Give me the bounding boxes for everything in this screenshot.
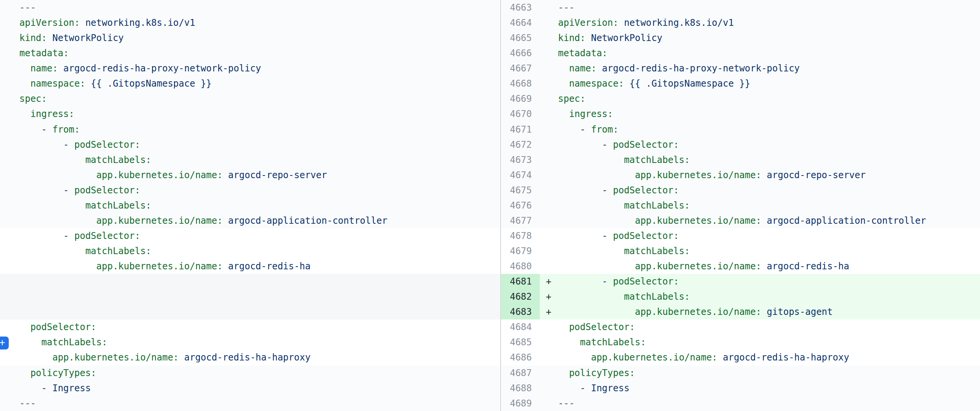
- diff-sign-empty: [540, 137, 558, 152]
- code-line-new: name: argocd-redis-ha-proxy-network-poli…: [558, 61, 980, 76]
- line-number[interactable]: 4673: [501, 152, 540, 168]
- line-number[interactable]: 4675: [501, 183, 540, 198]
- code-line-new: matchLabels:: [558, 243, 980, 259]
- code-line-new: app.kubernetes.io/name: argocd-applicati…: [558, 213, 980, 228]
- code-line-old: matchLabels:: [0, 243, 500, 259]
- code-token: podSelector:: [75, 230, 140, 241]
- code-line-new: - podSelector:: [558, 183, 980, 198]
- line-number[interactable]: 4668: [501, 76, 540, 91]
- code-token: spec:: [19, 94, 47, 104]
- line-number[interactable]: 4666: [501, 46, 540, 61]
- plus-icon: +: [0, 336, 5, 349]
- code-line-new: - podSelector:: [558, 228, 980, 243]
- code-token: namespace:: [30, 78, 86, 89]
- code-line-old: [0, 289, 500, 304]
- line-number[interactable]: 4689: [501, 396, 540, 411]
- diff-row-new-added: 4683+ app.kubernetes.io/name: gitops-age…: [501, 304, 980, 319]
- code-line-old: app.kubernetes.io/name: argocd-redis-ha: [0, 259, 500, 274]
- code-token: -: [41, 124, 52, 135]
- diff-row-new: 4665kind: NetworkPolicy: [501, 30, 980, 46]
- diff-sign-empty: [540, 319, 558, 335]
- code-line-old: [0, 304, 500, 319]
- diff-row-old: - podSelector:: [0, 183, 500, 198]
- line-number[interactable]: 4682: [501, 289, 540, 304]
- code-token: -: [602, 140, 613, 150]
- line-number[interactable]: 4677: [501, 213, 540, 228]
- code-line-old: ingress:: [0, 106, 500, 122]
- line-number[interactable]: 4665: [501, 30, 540, 46]
- code-line-old: - podSelector:: [0, 228, 500, 243]
- diff-sign-empty: [540, 122, 558, 137]
- code-token: podSelector:: [75, 140, 140, 150]
- code-token: apiVersion:: [558, 17, 619, 28]
- code-line-old: apiVersion: networking.k8s.io/v1: [0, 15, 500, 30]
- diff-row-old: - from:: [0, 122, 500, 137]
- line-number[interactable]: 4667: [501, 61, 540, 76]
- line-number[interactable]: 4685: [501, 335, 540, 350]
- add-comment-button[interactable]: +: [0, 336, 9, 349]
- code-line-new: - Ingress: [558, 381, 980, 396]
- code-token: -: [64, 230, 75, 241]
- diff-sign-empty: [540, 396, 558, 411]
- code-token: -: [602, 276, 613, 287]
- diff-sign-empty: [540, 46, 558, 61]
- line-number[interactable]: 4680: [501, 259, 540, 274]
- code-token: app.kubernetes.io/name:: [635, 261, 761, 271]
- line-number[interactable]: 4686: [501, 350, 540, 365]
- line-number[interactable]: 4687: [501, 365, 540, 381]
- line-number[interactable]: 4688: [501, 381, 540, 396]
- line-number[interactable]: 4672: [501, 137, 540, 152]
- line-number[interactable]: 4678: [501, 228, 540, 243]
- line-number[interactable]: 4681: [501, 274, 540, 289]
- code-token: matchLabels:: [41, 337, 107, 348]
- line-number[interactable]: 4669: [501, 91, 540, 106]
- line-number[interactable]: 4683: [501, 304, 540, 319]
- diff-sign-empty: [540, 335, 558, 350]
- code-line-old: policyTypes:: [0, 365, 500, 381]
- code-token: NetworkPolicy: [47, 33, 124, 43]
- diff-section-old: podSelector: matchLabels: app.kubernetes…: [0, 319, 500, 365]
- diff-section-new: 4684 podSelector:4685 matchLabels:4686 a…: [501, 319, 980, 365]
- code-token: networking.k8s.io/v1: [619, 17, 734, 28]
- diff-sign-empty: [540, 91, 558, 106]
- code-token: podSelector:: [613, 185, 679, 196]
- code-line-new: ---: [558, 0, 980, 15]
- code-line-old: matchLabels:: [0, 198, 500, 213]
- diff-row-new: 4670 ingress:: [501, 106, 980, 122]
- code-token: matchLabels:: [85, 200, 151, 211]
- line-number[interactable]: 4663: [501, 0, 540, 15]
- code-token: app.kubernetes.io/name:: [96, 215, 223, 226]
- code-line-old: ---: [0, 0, 500, 15]
- diff-pane-old: ---apiVersion: networking.k8s.io/v1kind:…: [0, 0, 500, 411]
- diff-section-new: 4687 policyTypes:4688 - Ingress4689---: [501, 365, 980, 411]
- diff-row-old: matchLabels:: [0, 198, 500, 213]
- code-line-old: app.kubernetes.io/name: argocd-repo-serv…: [0, 168, 500, 183]
- line-number[interactable]: 4684: [501, 319, 540, 335]
- diff-sign-empty: [540, 259, 558, 274]
- diff-section-new: 4678 - podSelector:4679 matchLabels:4680…: [501, 228, 980, 274]
- diff-row-new: 4668 namespace: {{ .GitopsNamespace }}: [501, 76, 980, 91]
- diff-row-old: metadata:: [0, 46, 500, 61]
- code-line-old: metadata:: [0, 46, 500, 61]
- code-line-old: ---: [0, 396, 500, 411]
- diff-row-old: app.kubernetes.io/name: argocd-redis-ha-…: [0, 350, 500, 365]
- code-token: app.kubernetes.io/name:: [635, 306, 761, 317]
- diff-row-new: 4677 app.kubernetes.io/name: argocd-appl…: [501, 213, 980, 228]
- line-number[interactable]: 4676: [501, 198, 540, 213]
- split-diff-view: ---apiVersion: networking.k8s.io/v1kind:…: [0, 0, 980, 411]
- code-token: -: [41, 383, 52, 394]
- line-number[interactable]: 4679: [501, 243, 540, 259]
- code-token: from:: [52, 124, 80, 135]
- line-number[interactable]: 4674: [501, 168, 540, 183]
- code-token: metadata:: [19, 48, 69, 59]
- diff-row-old: name: argocd-redis-ha-proxy-network-poli…: [0, 61, 500, 76]
- code-token: podSelector:: [569, 322, 635, 332]
- line-number[interactable]: 4664: [501, 15, 540, 30]
- diff-row-old: matchLabels:: [0, 335, 500, 350]
- code-token: policyTypes:: [569, 368, 635, 378]
- code-token: networking.k8s.io/v1: [80, 17, 195, 28]
- code-line-old: - podSelector:: [0, 137, 500, 152]
- added-line-sign: +: [540, 274, 558, 289]
- line-number[interactable]: 4670: [501, 106, 540, 122]
- line-number[interactable]: 4671: [501, 122, 540, 137]
